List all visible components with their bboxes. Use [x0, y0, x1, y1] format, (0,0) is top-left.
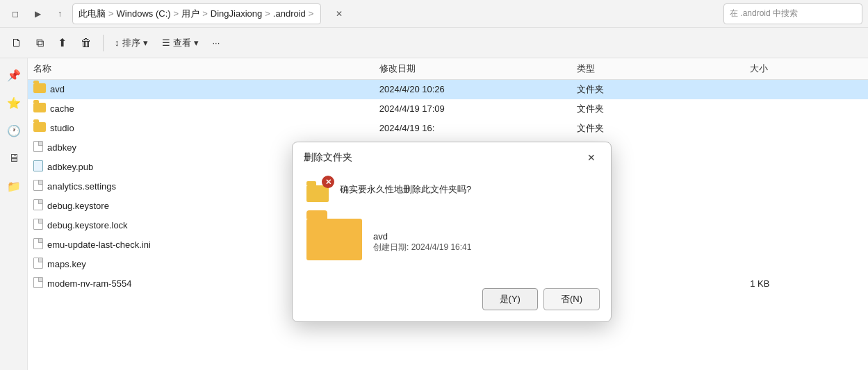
folder-preview-name: avd — [373, 231, 471, 242]
sidebar-icon-folder[interactable]: 📁 — [3, 175, 25, 197]
dialog-body: ✕ 确实要永久性地删除此文件夹吗? avd 创建日期: 2024/4/19 16… — [293, 171, 611, 283]
breadcrumb-item[interactable]: 用户 — [181, 8, 199, 20]
view-button[interactable]: ☰ 查看 ▾ — [156, 32, 204, 54]
breadcrumb-item[interactable]: Windows (C:) — [117, 8, 171, 19]
sort-chevron-icon: ▾ — [143, 37, 148, 48]
new-folder-icon: 🗋 — [11, 37, 22, 49]
view-chevron-icon: ▾ — [194, 37, 199, 48]
dialog-question-row: ✕ 确实要永久性地删除此文件夹吗? — [306, 177, 597, 202]
sidebar-icon-star[interactable]: ⭐ — [3, 92, 25, 114]
title-bar-left: ◻ ▶ ↑ 此电脑 > Windows (C:) > 用户 > DingJiax… — [6, 3, 723, 24]
search-box[interactable]: 在 .android 中搜索 — [723, 3, 862, 24]
share-icon: ⬆ — [58, 36, 67, 49]
sort-button[interactable]: ↕ 排序 ▾ — [109, 32, 154, 54]
folder-preview-icon — [306, 219, 362, 260]
copy-icon: ⧉ — [36, 37, 44, 49]
breadcrumb-separator: > — [309, 8, 314, 19]
new-folder-button[interactable]: 🗋 — [6, 32, 28, 54]
breadcrumb[interactable]: 此电脑 > Windows (C:) > 用户 > DingJiaxiong >… — [72, 3, 321, 24]
dialog-overlay: 删除文件夹 ✕ ✕ 确实要永久性地删除此文件夹吗? — [28, 58, 868, 370]
dialog-buttons: 是(Y) 否(N) — [293, 283, 611, 321]
breadcrumb-separator: > — [265, 8, 270, 19]
yes-button[interactable]: 是(Y) — [482, 288, 538, 310]
sort-icon: ↕ — [115, 37, 120, 48]
no-button[interactable]: 否(N) — [543, 288, 600, 310]
title-bar: ◻ ▶ ↑ 此电脑 > Windows (C:) > 用户 > DingJiax… — [0, 0, 868, 28]
dialog-title-bar: 删除文件夹 ✕ — [293, 142, 611, 171]
view-icon: ☰ — [162, 37, 170, 48]
sidebar-icon-recent[interactable]: 🕐 — [3, 119, 25, 142]
breadcrumb-item[interactable]: .android — [273, 8, 306, 19]
delete-button[interactable]: 🗑 — [75, 32, 97, 54]
view-label: 查看 — [173, 37, 191, 49]
dialog-close-button[interactable]: ✕ — [583, 149, 600, 166]
delete-folder-dialog: 删除文件夹 ✕ ✕ 确实要永久性地删除此文件夹吗? — [292, 142, 612, 322]
folder-info: avd 创建日期: 2024/4/19 16:41 — [373, 231, 471, 253]
copy-button[interactable]: ⧉ — [31, 32, 49, 54]
toolbar-divider — [103, 35, 104, 51]
warning-folder-icon — [306, 185, 329, 202]
toolbar: 🗋 ⧉ ⬆ 🗑 ↕ 排序 ▾ ☰ 查看 ▾ ··· — [0, 28, 868, 58]
search-placeholder-text: 在 .android 中搜索 — [730, 8, 798, 19]
dialog-title: 删除文件夹 — [304, 151, 352, 164]
folder-preview-date: 创建日期: 2024/4/19 16:41 — [373, 242, 471, 253]
main-area: 📌 ⭐ 🕐 🖥 📁 名称 修改日期 类型 大小 avd2024/4/20 10:… — [0, 58, 868, 370]
breadcrumb-item[interactable]: 此电脑 — [79, 8, 106, 20]
nav-back-button[interactable]: ◻ — [6, 4, 25, 24]
title-bar-right: 在 .android 中搜索 — [723, 3, 862, 24]
breadcrumb-separator: > — [108, 8, 114, 19]
breadcrumb-separator: > — [202, 8, 208, 19]
delete-warning-icon: ✕ — [306, 177, 331, 202]
dialog-preview-row: avd 创建日期: 2024/4/19 16:41 — [306, 213, 597, 271]
delete-icon: 🗑 — [81, 37, 92, 49]
share-button[interactable]: ⬆ — [52, 32, 72, 54]
breadcrumb-item[interactable]: DingJiaxiong — [211, 8, 262, 19]
nav-forward-button[interactable]: ▶ — [28, 4, 47, 24]
nav-up-button[interactable]: ↑ — [50, 4, 69, 24]
more-icon: ··· — [213, 37, 220, 48]
nav-refresh-button[interactable]: ✕ — [329, 4, 349, 24]
more-button[interactable]: ··· — [207, 32, 226, 54]
sidebar-icon-pin[interactable]: 📌 — [3, 64, 25, 86]
sidebar-icon-pc[interactable]: 🖥 — [3, 147, 25, 169]
file-area: 名称 修改日期 类型 大小 avd2024/4/20 10:26文件夹cache… — [28, 58, 868, 370]
breadcrumb-separator: > — [174, 8, 179, 19]
sidebar: 📌 ⭐ 🕐 🖥 📁 — [0, 58, 28, 370]
delete-x-icon: ✕ — [322, 176, 334, 188]
sort-label: 排序 — [122, 37, 140, 49]
dialog-question-text: 确实要永久性地删除此文件夹吗? — [340, 183, 471, 196]
